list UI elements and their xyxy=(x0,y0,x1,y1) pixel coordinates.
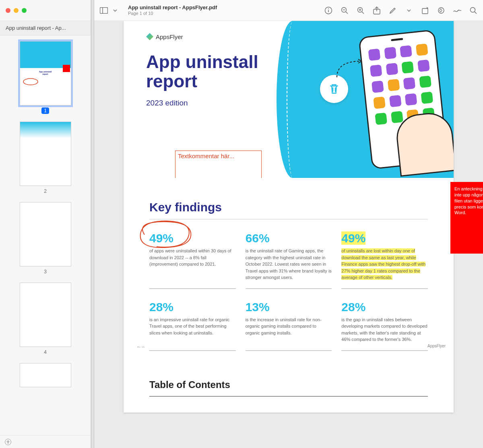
svg-line-12 xyxy=(362,12,364,14)
thumbnail-sidebar: App uninstall report - Ap... App uninsta… xyxy=(0,0,91,448)
finding-card: 13%is the increase in uninstall rate for… xyxy=(246,300,332,351)
fullscreen-window-icon[interactable] xyxy=(22,8,27,13)
toc-heading: Table of Contents xyxy=(149,379,454,390)
info-icon[interactable] xyxy=(324,6,332,14)
window-titlebar xyxy=(0,0,91,21)
app-icon xyxy=(387,79,400,91)
finding-card: 66%is the uninstall rate of Gaming apps,… xyxy=(246,231,332,289)
svg-rect-15 xyxy=(422,8,428,14)
highlight-icon[interactable] xyxy=(437,6,445,14)
app-icon xyxy=(421,91,433,104)
finding-card: 49%of apps were uninstalled within 30 da… xyxy=(149,231,236,289)
finding-card: 28%is an impressive uninstall rate for o… xyxy=(149,300,236,351)
finding-stat: 28% xyxy=(149,300,236,314)
report-subtitle: 2023 edition xyxy=(146,99,293,107)
svg-line-18 xyxy=(475,12,477,14)
thumb-number: 4 xyxy=(44,349,47,355)
rotate-icon[interactable] xyxy=(421,6,429,14)
app-icon xyxy=(373,97,386,109)
document-title: App uninstall report - AppsFlyer.pdf xyxy=(128,4,217,11)
key-findings-heading: Key findings xyxy=(149,200,454,214)
finding-desc: is the gap in uninstall rates between de… xyxy=(341,316,428,343)
app-icon xyxy=(403,77,416,90)
svg-line-8 xyxy=(346,12,348,14)
text-annotation[interactable]: Textkommentar här... xyxy=(175,151,262,178)
svg-point-0 xyxy=(23,78,38,85)
thumbnail-page-2[interactable]: 2 xyxy=(12,122,78,194)
report-title: App uninstallreport xyxy=(146,52,293,91)
app-icon xyxy=(384,47,396,59)
add-page-icon[interactable] xyxy=(5,439,11,445)
sidebar-toggle-icon[interactable] xyxy=(100,6,108,14)
chevron-down-icon[interactable] xyxy=(405,6,413,14)
search-icon[interactable] xyxy=(469,6,477,14)
thumbnail-list[interactable]: App uninstallreport 1 2 3 4 xyxy=(0,35,91,435)
svg-point-17 xyxy=(471,7,475,12)
minimize-window-icon[interactable] xyxy=(14,8,19,13)
app-icon xyxy=(417,60,430,72)
finding-card: 49%of uninstalls are lost within day one… xyxy=(341,231,428,289)
thumbnail-page-5[interactable] xyxy=(12,363,78,387)
sticky-note-text: En anteckning i en pdf-fil tar inte upp … xyxy=(454,186,483,215)
brand-logo: AppsFlyer xyxy=(146,33,293,40)
finding-desc: of uninstalls are lost within day one of… xyxy=(341,248,428,281)
thumbnail-page-3[interactable]: 3 xyxy=(12,202,78,275)
finding-desc: is an impressive uninstall rate for orga… xyxy=(149,316,236,337)
sticky-note-annotation[interactable]: En anteckning i en pdf-fil tar inte upp … xyxy=(450,182,483,254)
finding-stat: 66% xyxy=(246,231,332,245)
app-icon xyxy=(405,93,417,106)
app-icon xyxy=(375,113,387,125)
share-icon[interactable] xyxy=(373,6,381,14)
draw-icon[interactable] xyxy=(453,6,461,14)
document-tab[interactable]: App uninstall report - Ap... xyxy=(0,21,91,35)
brand-name: AppsFlyer xyxy=(156,33,183,40)
svg-rect-1 xyxy=(100,7,108,13)
finding-stat: 28% xyxy=(341,300,428,314)
finding-stat: 49% xyxy=(341,231,365,245)
page-viewer[interactable]: AppsFlyer App uninstallreport 2023 editi… xyxy=(94,21,483,448)
app-icon xyxy=(370,64,382,77)
app-icon xyxy=(368,49,381,61)
finding-desc: is the uninstall rate of Gaming apps, th… xyxy=(246,248,332,281)
app-icon xyxy=(401,61,414,74)
zoom-out-icon[interactable] xyxy=(341,6,349,14)
page-indicator: Page 1 of 10 xyxy=(128,11,217,16)
page-footer-number: #1 / 21 xyxy=(137,346,144,348)
thumb-number: 2 xyxy=(44,188,47,194)
thumb-number: 3 xyxy=(44,269,47,275)
app-icon xyxy=(419,76,431,88)
svg-point-4 xyxy=(328,8,329,9)
app-icon xyxy=(389,95,401,107)
finding-stat: 13% xyxy=(246,300,332,314)
toolbar: App uninstall report - AppsFlyer.pdf Pag… xyxy=(94,0,483,21)
finding-desc: is the increase in uninstall rate for no… xyxy=(246,316,332,337)
chevron-down-icon[interactable] xyxy=(111,6,119,14)
thumbnail-page-1[interactable]: App uninstallreport 1 xyxy=(12,41,78,114)
zoom-in-icon[interactable] xyxy=(357,6,365,14)
thumbnail-page-4[interactable]: 4 xyxy=(12,283,78,355)
hand-drawn-circle xyxy=(132,219,197,252)
markup-icon[interactable] xyxy=(389,6,397,14)
app-icon xyxy=(391,111,403,124)
app-icon xyxy=(415,43,428,56)
annotation-placeholder: Textkommentar här... xyxy=(175,151,261,161)
app-icon xyxy=(400,45,412,58)
brand-footer: AppsFlyer xyxy=(427,344,446,348)
pane-divider[interactable] xyxy=(91,0,94,448)
finding-card: 28%is the gap in uninstall rates between… xyxy=(341,300,428,351)
app-icon xyxy=(386,63,398,75)
hero-illustration xyxy=(293,21,454,178)
app-icon xyxy=(372,81,384,93)
pdf-page-1: AppsFlyer App uninstallreport 2023 editi… xyxy=(124,21,454,413)
thumb-number: 1 xyxy=(41,107,49,114)
close-window-icon[interactable] xyxy=(6,8,10,13)
svg-point-16 xyxy=(438,8,444,13)
